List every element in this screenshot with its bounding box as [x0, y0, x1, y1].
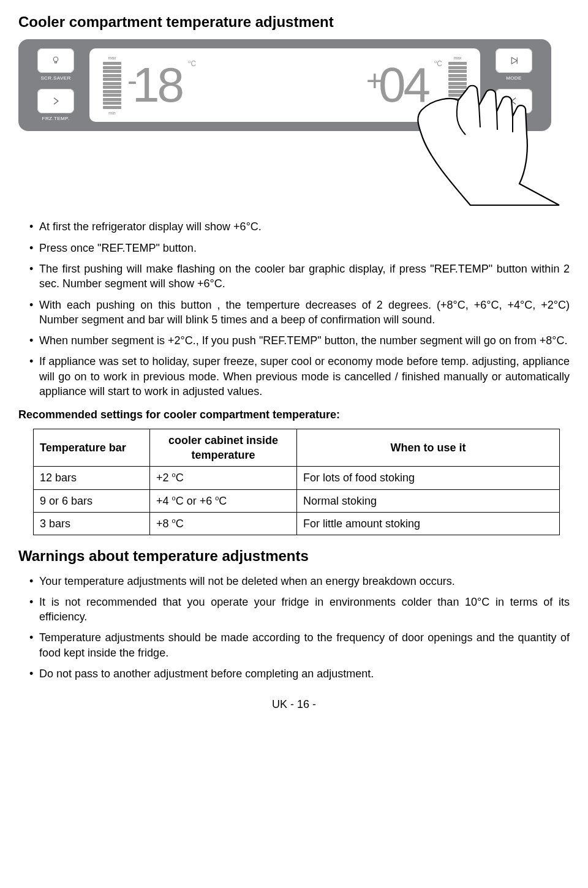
freezer-digits: 18: [132, 58, 182, 112]
bar-max-label: max: [108, 55, 116, 61]
list-item: Your temperature adjustments will not be…: [29, 574, 570, 589]
cell: +2 oC: [150, 467, 297, 489]
list-item: At first the refrigerator display will s…: [29, 219, 570, 234]
warnings-list: Your temperature adjustments will not be…: [29, 574, 570, 682]
bar-min-label: min: [108, 110, 115, 116]
page-title: Cooler compartment temperature adjustmen…: [18, 12, 570, 32]
control-panel-figure: SCR.SAVER FRZ.TEMP. max min -1: [18, 39, 570, 211]
freezer-bar-graphic: max min: [103, 55, 121, 116]
table-header-row: Temperature bar cooler cabinet inside te…: [34, 429, 560, 467]
frz-temp-button[interactable]: [37, 89, 74, 113]
scr-saver-label: SCR.SAVER: [40, 75, 70, 82]
list-item: Do not pass to another adjustment before…: [29, 666, 570, 681]
list-item: If appliance was set to holiday, super f…: [29, 354, 570, 399]
freezer-unit: oC: [188, 59, 196, 69]
bars-icon: [103, 62, 121, 109]
play-outline-icon: [507, 55, 521, 66]
list-item: Temperature adjustments should be made a…: [29, 630, 570, 660]
col-header: When to use it: [297, 429, 560, 467]
page-footer: UK - 16 -: [18, 697, 570, 712]
mode-group: MODE: [496, 48, 532, 82]
scr-saver-group: SCR.SAVER: [37, 48, 74, 82]
table-row: 3 bars +8 oC For little amount stoking: [34, 512, 560, 535]
svg-rect-1: [55, 61, 57, 62]
bar-max-label: max: [453, 55, 461, 61]
list-item: It is not recommended that you operate y…: [29, 595, 570, 625]
fridge-unit: oC: [434, 59, 442, 69]
cell: For little amount stoking: [297, 512, 560, 535]
table-row: 12 bars +2 oC For lots of food stoking: [34, 467, 560, 489]
list-item: When number segment is +2°C., If you pus…: [29, 333, 570, 348]
settings-table: Temperature bar cooler cabinet inside te…: [33, 429, 560, 535]
frz-temp-group: FRZ.TEMP.: [37, 89, 74, 122]
col-header: cooler cabinet inside temperature: [150, 429, 297, 467]
cell: +8 oC: [150, 512, 297, 535]
instruction-list: At first the refrigerator display will s…: [29, 219, 570, 399]
frz-temp-label: FRZ.TEMP.: [42, 116, 70, 122]
list-item: Press once "REF.TEMP" button.: [29, 241, 570, 255]
recommend-heading: Recommended settings for cooler compartm…: [18, 407, 570, 422]
hand-pointing-icon: [397, 80, 581, 208]
table-row: 9 or 6 bars +4 oC or +6 oC Normal stokin…: [34, 489, 560, 512]
list-item: With each pushing on this button , the t…: [29, 298, 570, 328]
cell: 3 bars: [34, 512, 150, 535]
svg-point-0: [53, 57, 58, 62]
cell: Normal stoking: [297, 489, 560, 512]
scr-saver-button[interactable]: [37, 48, 74, 73]
freezer-reading: max min -18 oC: [103, 55, 196, 116]
cell: +4 oC or +6 oC: [150, 489, 297, 512]
list-item: The first pushing will make flashing on …: [29, 262, 570, 292]
col-header: Temperature bar: [34, 429, 150, 467]
cell: For lots of food stoking: [297, 467, 560, 489]
warnings-title: Warnings about temperature adjustments: [18, 546, 570, 566]
cell: 9 or 6 bars: [34, 489, 150, 512]
left-button-column: SCR.SAVER FRZ.TEMP.: [31, 48, 81, 123]
chevron-right-icon: [48, 96, 63, 107]
lamp-icon: [48, 55, 63, 66]
cell: 12 bars: [34, 467, 150, 489]
freezer-value: -18: [127, 61, 182, 110]
mode-button[interactable]: [496, 48, 532, 73]
